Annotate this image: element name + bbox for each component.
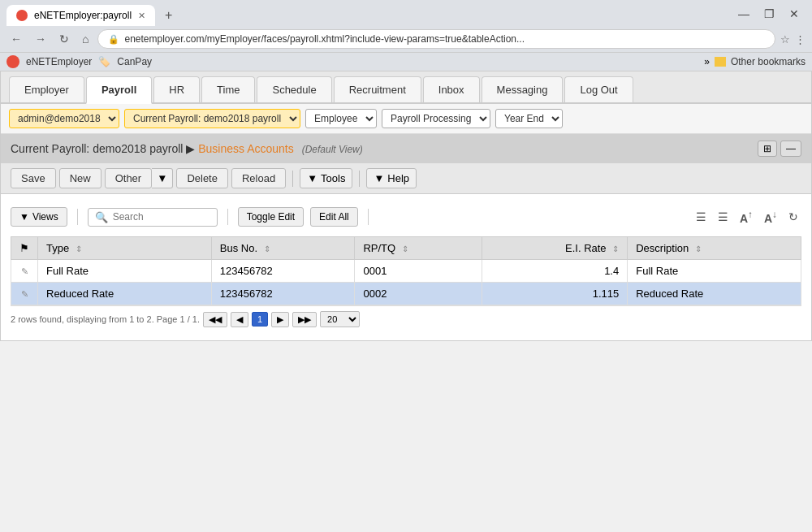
maximize-page-button[interactable]: ⊞ (758, 141, 777, 157)
save-button[interactable]: Save (11, 168, 56, 188)
row-ei-rate-2: 1.115 (482, 283, 628, 305)
page-title-link[interactable]: Business Accounts (198, 142, 294, 155)
active-tab[interactable]: eNETEmployer:payroll ✕ (6, 5, 155, 26)
page-header: Current Payroll: demo2018 payroll ▶ Busi… (1, 134, 811, 163)
tools-button-group: ▼ Tools (300, 168, 352, 188)
tab-messaging[interactable]: Messaging (482, 76, 564, 102)
new-tab-button[interactable]: + (158, 5, 179, 26)
sort-icon-bus-no: ⇕ (264, 244, 270, 253)
edit-all-button[interactable]: Edit All (310, 207, 358, 227)
expand-bookmarks-icon[interactable]: » (704, 56, 710, 67)
restore-page-button[interactable]: — (780, 141, 801, 157)
toolbar-separator-2 (359, 171, 360, 187)
sort-icon-type: ⇕ (76, 244, 82, 253)
tools-button[interactable]: ▼ Tools (300, 168, 352, 188)
tab-logout[interactable]: Log Out (564, 76, 633, 102)
tab-close-button[interactable]: ✕ (138, 11, 145, 21)
table-toolbar-sep-1 (77, 209, 78, 225)
row-description-2: Reduced Rate (628, 283, 801, 305)
table-toolbar-sep-3 (368, 209, 369, 225)
app-content: Employer Payroll HR Time Schedule Recrui… (0, 71, 812, 341)
pagination-info: 2 rows found, displaying from 1 to 2. Pa… (11, 314, 200, 324)
ssl-icon: 🔒 (108, 34, 119, 45)
year-end-select[interactable]: Year End (495, 109, 563, 128)
pagination-last-button[interactable]: ▶▶ (292, 312, 317, 327)
pagination-prev-button[interactable]: ◀ (231, 312, 248, 327)
current-payroll-select[interactable]: Current Payroll: demo2018 payroll (124, 109, 300, 128)
tab-schedule[interactable]: Schedule (257, 76, 331, 102)
home-button[interactable]: ⌂ (78, 31, 93, 47)
toolbar-separator-1 (292, 171, 293, 187)
employee-select[interactable]: Employee (305, 109, 377, 128)
decrease-font-icon[interactable]: A↓ (761, 207, 780, 227)
title-bar: eNETEmployer:payroll ✕ + — ❐ ✕ (0, 0, 812, 26)
refresh-button[interactable]: ↻ (55, 31, 73, 47)
search-box[interactable]: 🔍 (88, 208, 218, 227)
table-toolbar-sep-2 (227, 209, 228, 225)
col-header-ei-rate[interactable]: E.I. Rate ⇕ (482, 237, 628, 260)
reload-button[interactable]: Reload (231, 168, 286, 188)
url-bar[interactable]: 🔒 enetemployer.com/myEmployer/faces/payr… (97, 29, 775, 49)
other-button[interactable]: Other (105, 168, 153, 188)
back-button[interactable]: ← (6, 31, 26, 47)
page-title-prefix: Current Payroll: demo2018 payroll (11, 142, 183, 155)
enetemployer-favicon (6, 55, 19, 68)
pagination-next-button[interactable]: ▶ (271, 312, 289, 327)
increase-font-icon[interactable]: A↑ (736, 207, 756, 227)
address-bar: ← → ↻ ⌂ 🔒 enetemployer.com/myEmployer/fa… (0, 26, 812, 52)
payroll-processing-select[interactable]: Payroll Processing (382, 109, 490, 128)
other-dropdown-button[interactable]: ▼ (152, 168, 173, 188)
page-default-view: (Default View) (302, 144, 363, 155)
row-rp-tq-2: 0002 (355, 283, 482, 305)
col-header-rp-tq[interactable]: RP/TQ ⇕ (355, 237, 482, 260)
tab-payroll[interactable]: Payroll (86, 76, 152, 104)
bookmark-star-button[interactable]: ☆ (780, 33, 790, 45)
refresh-table-icon[interactable]: ↻ (785, 209, 801, 225)
row-edit-icon-1[interactable]: ✎ (11, 260, 38, 283)
enetemployer-bookmark[interactable]: eNETEmployer (26, 56, 92, 67)
tab-employer[interactable]: Employer (9, 76, 84, 102)
url-text: enetemployer.com/myEmployer/faces/payrol… (124, 33, 765, 45)
pagination-per-page-select[interactable]: 20 50 100 (320, 311, 360, 327)
data-table: ⚑ Type ⇕ Bus No. ⇕ RP/TQ ⇕ E (11, 236, 801, 305)
tab-recruitment[interactable]: Recruitment (334, 76, 421, 102)
main-toolbar: Save New Other ▼ Delete Reload ▼ Tools ▼… (1, 163, 811, 194)
bookmarks-bar: eNETEmployer 🏷️ CanPay » Other bookmarks (0, 52, 812, 71)
row-edit-icon-2[interactable]: ✎ (11, 283, 38, 305)
tab-favicon (16, 10, 28, 21)
page-header-actions: ⊞ — (758, 141, 801, 157)
align-right-icon[interactable]: ☰ (715, 209, 732, 225)
page-title: Current Payroll: demo2018 payroll ▶ Busi… (11, 142, 363, 155)
sort-icon-description: ⇕ (695, 244, 702, 253)
maximize-button[interactable]: ❐ (758, 6, 781, 22)
table-row: ✎ Full Rate 123456782 0001 1.4 Full Rate (11, 260, 801, 283)
col-header-description[interactable]: Description ⇕ (628, 237, 801, 260)
other-bookmarks-link[interactable]: Other bookmarks (731, 56, 806, 67)
row-ei-rate-1: 1.4 (482, 260, 628, 283)
col-header-bus-no[interactable]: Bus No. ⇕ (211, 237, 355, 260)
browser-chrome: eNETEmployer:payroll ✕ + — ❐ ✕ ← → ↻ ⌂ 🔒… (0, 0, 812, 71)
menu-button[interactable]: ⋮ (795, 33, 806, 45)
minimize-button[interactable]: — (732, 6, 756, 22)
user-select[interactable]: admin@demo2018 (9, 109, 119, 128)
new-button[interactable]: New (59, 168, 102, 188)
pagination: 2 rows found, displaying from 1 to 2. Pa… (11, 305, 801, 332)
help-button[interactable]: ▼ Help (366, 168, 417, 188)
col-header-type[interactable]: Type ⇕ (38, 237, 212, 260)
tab-hr[interactable]: HR (153, 76, 200, 102)
close-window-button[interactable]: ✕ (783, 6, 806, 22)
canpay-bookmark[interactable]: CanPay (117, 56, 152, 67)
tab-inbox[interactable]: Inbox (423, 76, 480, 102)
delete-button[interactable]: Delete (176, 168, 228, 188)
sort-icon-ei-rate: ⇕ (612, 244, 619, 253)
toggle-edit-button[interactable]: Toggle Edit (238, 207, 304, 227)
breadcrumb-arrow: ▶ (186, 142, 198, 155)
forward-button[interactable]: → (31, 31, 50, 47)
pagination-first-button[interactable]: ◀◀ (203, 312, 227, 327)
tab-time[interactable]: Time (201, 76, 255, 102)
row-description-1: Full Rate (628, 260, 801, 283)
align-left-icon[interactable]: ☰ (693, 209, 710, 225)
sort-icon-rp-tq: ⇕ (402, 244, 408, 253)
views-button[interactable]: ▼ Views (11, 207, 67, 227)
search-input[interactable] (113, 211, 210, 223)
